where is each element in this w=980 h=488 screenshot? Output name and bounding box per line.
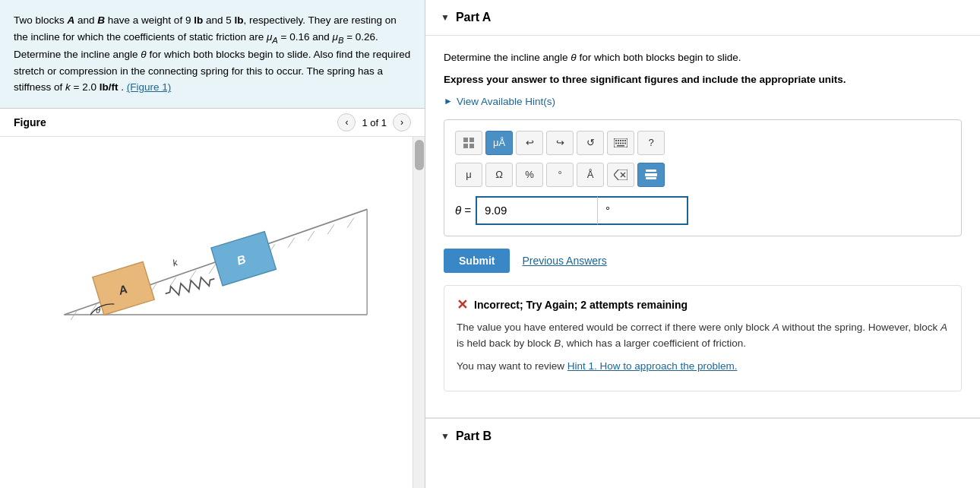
hint-link-label: View Available Hint(s) (457, 96, 555, 107)
figure-svg: A k B θ (0, 137, 425, 334)
toolbar-omega-button[interactable]: Ω (485, 163, 513, 187)
svg-line-9 (189, 271, 196, 280)
svg-text:k: k (172, 257, 180, 268)
svg-marker-40 (614, 170, 628, 180)
svg-rect-25 (469, 138, 474, 142)
submit-row: Submit Previous Answers (444, 249, 962, 273)
svg-rect-44 (646, 170, 656, 172)
svg-rect-24 (463, 138, 468, 142)
figure-label: Figure (14, 116, 46, 128)
feedback-body-text: The value you have entered would be corr… (457, 319, 949, 352)
scrollbar[interactable] (413, 137, 425, 488)
answer-input-box: μÅ ↩ ↪ ↺ ? μ Ω % ° Å (444, 119, 962, 236)
svg-line-10 (209, 264, 216, 274)
unit-input[interactable] (597, 196, 688, 225)
figure-link[interactable]: (Figure 1) (127, 81, 172, 93)
svg-rect-33 (624, 140, 626, 141)
toolbar-degree-button[interactable]: ° (546, 163, 574, 187)
left-panel: Two blocks A and B have a weight of 9 lb… (0, 0, 425, 488)
part-a-collapse-icon[interactable]: ▼ (441, 12, 450, 23)
part-a-label: Part A (456, 11, 492, 24)
figure-navigation: ‹ 1 of 1 › (337, 113, 411, 132)
toolbar-help-button[interactable]: ? (637, 131, 665, 155)
view-hints-link[interactable]: ► View Available Hint(s) (444, 96, 962, 107)
theta-label: θ = (455, 204, 471, 217)
toolbar-keyboard-button[interactable] (607, 131, 634, 155)
svg-text:θ: θ (96, 306, 100, 315)
svg-rect-31 (620, 140, 621, 141)
toolbar-mu-a-button[interactable]: μÅ (485, 131, 513, 155)
toolbar-mu-button[interactable]: μ (455, 163, 482, 187)
toolbar-angstrom-button[interactable]: Å (577, 163, 604, 187)
feedback-header-text: Incorrect; Try Again; 2 attempts remaini… (474, 299, 688, 311)
svg-rect-30 (618, 140, 619, 141)
figure-container: A k B θ (0, 137, 425, 488)
svg-line-15 (308, 231, 315, 241)
incorrect-icon: ✕ (457, 296, 468, 313)
part-a-content: Determine the incline angle θ for which … (425, 36, 980, 417)
figure-next-button[interactable]: › (393, 113, 411, 132)
previous-answers-link[interactable]: Previous Answers (522, 255, 606, 267)
feedback-header: ✕ Incorrect; Try Again; 2 attempts remai… (457, 296, 949, 313)
feedback-hint-text: You may want to review Hint 1. How to ap… (457, 358, 949, 375)
hint-arrow-icon: ► (444, 96, 453, 106)
problem-statement: Two blocks A and B have a weight of 9 lb… (0, 0, 425, 109)
toolbar-percent-button[interactable]: % (516, 163, 543, 187)
figure-prev-button[interactable]: ‹ (337, 113, 356, 132)
problem-text-content: Two blocks A and B have a weight of 9 lb… (14, 14, 410, 93)
toolbar-row2: μ Ω % ° Å (455, 163, 950, 187)
answer-value-input[interactable] (476, 196, 597, 225)
svg-rect-46 (646, 177, 656, 179)
part-a-question: Determine the incline angle θ for which … (444, 49, 962, 66)
svg-rect-27 (469, 144, 474, 148)
svg-rect-35 (618, 142, 619, 144)
scrollbar-thumb[interactable] (415, 140, 424, 170)
svg-line-16 (327, 224, 334, 234)
figure-page: 1 of 1 (362, 117, 387, 128)
toolbar-row1: μÅ ↩ ↪ ↺ ? (455, 131, 950, 155)
svg-rect-36 (620, 142, 621, 144)
svg-rect-29 (615, 140, 617, 141)
svg-rect-32 (622, 140, 624, 141)
svg-line-17 (347, 218, 354, 228)
svg-rect-37 (622, 142, 624, 144)
figure-drawing: A k B θ (0, 137, 425, 334)
part-b-collapse-icon[interactable]: ▼ (441, 431, 450, 442)
right-panel: ▼ Part A Determine the incline angle θ f… (425, 0, 980, 488)
toolbar-grid2-button[interactable] (637, 163, 665, 187)
toolbar-undo-button[interactable]: ↩ (516, 131, 543, 155)
answer-input-row: θ = (455, 196, 950, 225)
part-b-header: ▼ Part B (425, 418, 980, 454)
svg-rect-34 (615, 142, 617, 144)
svg-rect-26 (463, 144, 468, 148)
figure-header: Figure ‹ 1 of 1 › (0, 109, 425, 137)
toolbar-delete-button[interactable] (607, 163, 634, 187)
part-a-header: ▼ Part A (425, 0, 980, 36)
svg-rect-39 (617, 145, 624, 147)
toolbar-redo-button[interactable]: ↪ (546, 131, 574, 155)
part-a-instruction: Express your answer to three significant… (444, 74, 962, 85)
part-b-label: Part B (456, 429, 492, 443)
svg-rect-45 (646, 173, 656, 176)
svg-line-14 (288, 238, 295, 248)
svg-rect-38 (624, 142, 626, 144)
toolbar-refresh-button[interactable]: ↺ (577, 131, 604, 155)
feedback-box: ✕ Incorrect; Try Again; 2 attempts remai… (444, 285, 962, 392)
toolbar-grid-button[interactable] (455, 131, 482, 155)
submit-button[interactable]: Submit (444, 249, 510, 273)
hint-review-link[interactable]: Hint 1. How to approach the problem. (567, 360, 738, 372)
